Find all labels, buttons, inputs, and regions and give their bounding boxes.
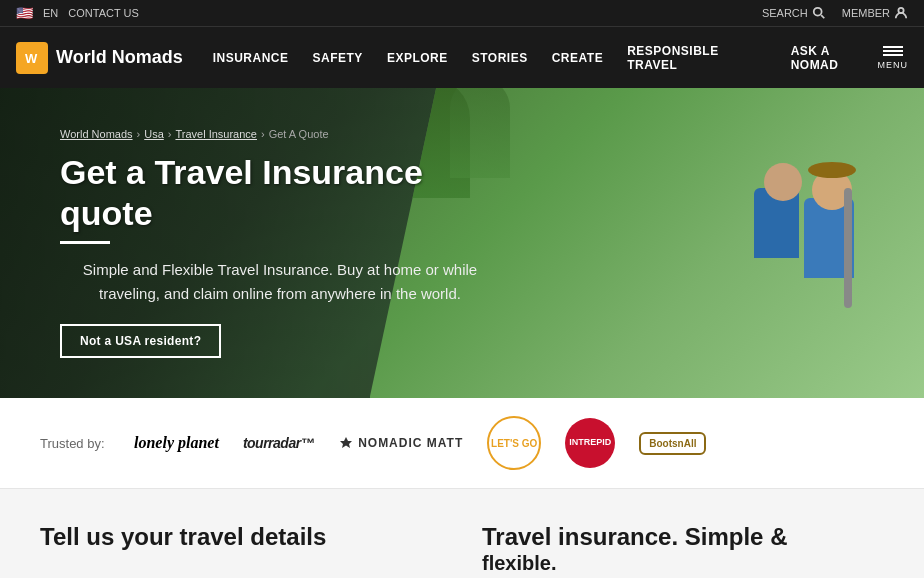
menu-label: MENU xyxy=(878,60,909,70)
search-icon xyxy=(812,6,826,20)
menu-bar-3 xyxy=(883,54,903,56)
breadcrumb-home[interactable]: World Nomads xyxy=(60,128,133,140)
nomadic-matt-text: NOMADIC MATT xyxy=(358,436,463,450)
lonely-planet-text: lonely planet xyxy=(134,434,219,452)
hat xyxy=(808,162,856,178)
search-label: SEARCH xyxy=(762,7,808,19)
nav-responsible-travel[interactable]: RESPONSIBLE TRAVEL xyxy=(627,44,766,72)
trusted-logos: lonely planet tourradar™ NOMADIC MATT LE… xyxy=(134,416,706,470)
nomadic-icon xyxy=(338,435,354,451)
bottom-section: Tell us your travel details Travel insur… xyxy=(0,489,924,578)
bottom-right-title: Travel insurance. Simple & xyxy=(482,521,884,552)
nav-stories[interactable]: STORIES xyxy=(472,51,528,65)
intrepid-logo: INTREPID xyxy=(565,418,615,468)
svg-line-1 xyxy=(821,15,824,18)
trusted-bar: Trusted by: lonely planet tourradar™ NOM… xyxy=(0,398,924,489)
top-bar-right: SEARCH MEMBER xyxy=(762,6,908,20)
trusted-label: Trusted by: xyxy=(40,436,110,451)
nav-safety[interactable]: SAFETY xyxy=(313,51,363,65)
main-nav: W World Nomads INSURANCE SAFETY EXPLORE … xyxy=(0,26,924,88)
breadcrumb: World Nomads › Usa › Travel Insurance › … xyxy=(60,128,500,140)
hero-divider xyxy=(60,241,110,244)
lonely-planet-logo: lonely planet xyxy=(134,434,219,452)
nomadic-matt-logo: NOMADIC MATT xyxy=(338,435,463,451)
contact-us-link[interactable]: CONTACT US xyxy=(68,7,139,19)
logo-svg: W xyxy=(21,47,43,69)
tourradar-text: tourradar™ xyxy=(243,435,314,451)
bottom-left-title: Tell us your travel details xyxy=(40,521,442,552)
hero-cta-button[interactable]: Not a USA resident? xyxy=(60,324,221,358)
breadcrumb-sep3: › xyxy=(261,128,265,140)
logo-icon: W xyxy=(16,42,48,74)
bottom-left: Tell us your travel details xyxy=(40,521,442,575)
vehicle-area xyxy=(694,148,894,348)
hero-section: World Nomads › Usa › Travel Insurance › … xyxy=(0,88,924,398)
nav-create[interactable]: CREATE xyxy=(552,51,603,65)
member-icon xyxy=(894,6,908,20)
hero-title: Get a Travel Insurance quote xyxy=(60,152,500,234)
intrepid-text: INTREPID xyxy=(569,438,611,448)
nav-links: INSURANCE SAFETY EXPLORE STORIES CREATE … xyxy=(213,44,878,72)
lang-label[interactable]: EN xyxy=(43,7,58,19)
hero-description: Simple and Flexible Travel Insurance. Bu… xyxy=(60,258,500,306)
flag-icon: 🇺🇸 xyxy=(16,5,33,21)
bootsn-all-text: BootsnAll xyxy=(649,438,696,449)
logo-text: World Nomads xyxy=(56,47,183,68)
bootsn-all-logo: BootsnAll xyxy=(639,432,706,455)
lets-go-text: LET'S GO xyxy=(491,438,537,449)
bottom-right: Travel insurance. Simple & flexible. xyxy=(482,521,884,575)
logo-area[interactable]: W World Nomads xyxy=(16,42,183,74)
breadcrumb-sep2: › xyxy=(168,128,172,140)
nav-insurance[interactable]: INSURANCE xyxy=(213,51,289,65)
menu-button[interactable]: MENU xyxy=(878,46,909,70)
top-bar: 🇺🇸 EN CONTACT US SEARCH MEMBER xyxy=(0,0,924,26)
lets-go-logo: LET'S GO xyxy=(487,416,541,470)
member-label: MEMBER xyxy=(842,7,890,19)
top-bar-left: 🇺🇸 EN CONTACT US xyxy=(16,5,139,21)
svg-point-0 xyxy=(813,8,821,16)
menu-bar-1 xyxy=(883,46,903,48)
bottom-right-subtitle: flexible. xyxy=(482,552,884,575)
pole xyxy=(844,188,852,308)
nav-ask-a-nomad[interactable]: ASK A NOMAD xyxy=(791,44,878,72)
breadcrumb-travel-insurance[interactable]: Travel Insurance xyxy=(175,128,257,140)
person1-head xyxy=(764,163,802,201)
search-link[interactable]: SEARCH xyxy=(762,6,826,20)
member-link[interactable]: MEMBER xyxy=(842,6,908,20)
breadcrumb-sep1: › xyxy=(137,128,141,140)
menu-bar-2 xyxy=(883,50,903,52)
nav-explore[interactable]: EXPLORE xyxy=(387,51,448,65)
svg-text:W: W xyxy=(25,51,38,66)
hero-content: World Nomads › Usa › Travel Insurance › … xyxy=(0,128,560,359)
tourradar-logo: tourradar™ xyxy=(243,435,314,451)
breadcrumb-current: Get A Quote xyxy=(269,128,329,140)
breadcrumb-usa[interactable]: Usa xyxy=(144,128,164,140)
